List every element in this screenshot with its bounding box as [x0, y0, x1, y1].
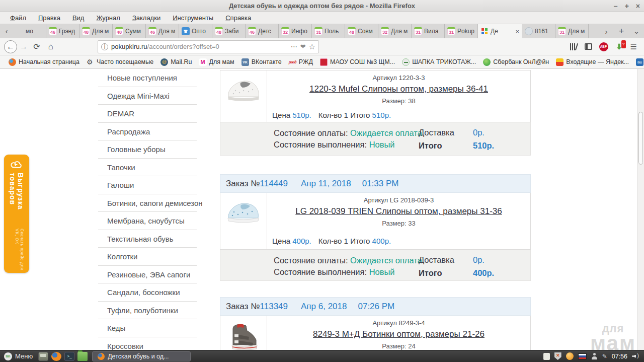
vertical-scrollbar[interactable]	[637, 69, 644, 350]
tab-scroll-left-icon[interactable]: ‹	[0, 24, 13, 38]
category-link[interactable]: Головные уборы	[98, 140, 197, 159]
order-number-link[interactable]: 113349	[260, 302, 288, 312]
new-tab-button[interactable]: +	[614, 26, 629, 37]
product-title-link[interactable]: 1220-3 Mufel Слипоны оптом, размеры 36-4…	[309, 84, 488, 94]
category-link[interactable]: Сандали, босоножки	[98, 283, 197, 302]
product-image-cell[interactable]	[220, 193, 267, 249]
menu-item[interactable]: Файл	[5, 13, 31, 23]
bookmark-item[interactable]: вести ру	[632, 57, 644, 67]
menu-item[interactable]: Журнал	[91, 13, 125, 23]
browser-tab[interactable]: 46 Детс	[246, 24, 279, 38]
tab-favicon: 32	[281, 27, 289, 35]
menu-item[interactable]: Вид	[67, 13, 90, 23]
pocket-icon[interactable]: ❤	[300, 43, 306, 50]
menu-item[interactable]: Правка	[33, 13, 65, 23]
category-link[interactable]: Ботинки, сапоги демисезон	[98, 194, 197, 212]
taskbar-window-button[interactable]: Детская обувь и од...	[92, 351, 191, 361]
browser-tab[interactable]: 46 Грэнд	[46, 24, 79, 38]
product-image-cell[interactable]	[220, 70, 267, 122]
category-link[interactable]: Мембрана, сноубутсы	[98, 212, 197, 230]
url-text[interactable]: pokupkiru.ru/account/orders?offset=0	[111, 43, 288, 50]
category-link[interactable]: Одежда Mini-Maxi	[98, 87, 197, 105]
order-number-link[interactable]: 114449	[260, 179, 288, 189]
maximize-button[interactable]: +	[625, 2, 629, 10]
bookmark-item[interactable]: Mail.Ru	[157, 57, 195, 67]
minimize-button[interactable]: –	[614, 2, 618, 10]
clock[interactable]: 07:56	[612, 353, 627, 360]
browser-tab[interactable]: 48 Для м	[79, 24, 113, 38]
forward-button[interactable]: →	[17, 42, 30, 51]
adblock-icon[interactable]: ABP	[599, 42, 608, 51]
bookmark-item[interactable]: РЖД	[285, 57, 316, 67]
browser-tab[interactable]: 32 Для м	[378, 24, 412, 38]
bookmark-item[interactable]: Сбербанк ОнЛ@йн	[479, 57, 552, 67]
product-title-link[interactable]: 8249-3 М+Д Ботинки оптом, размеры 21-26	[313, 329, 485, 339]
bookmark-star-icon[interactable]: ☆	[309, 42, 315, 51]
browser-tab[interactable]: 31 Pokup	[445, 24, 478, 38]
video-downloader-icon[interactable]: ⬇?	[615, 43, 623, 51]
bookmark-item[interactable]: ШАПКА ТРИКОТАЖ...	[398, 57, 479, 67]
tab-close-icon[interactable]: ×	[515, 28, 519, 35]
reload-button[interactable]: ⟳	[30, 42, 43, 51]
category-link[interactable]: Галоши	[98, 176, 197, 194]
mint-menu-button[interactable]: Меню	[0, 350, 37, 362]
browser-tab[interactable]: мо	[13, 24, 46, 38]
firefox-launcher-icon[interactable]	[51, 352, 61, 361]
files-launcher-icon[interactable]	[77, 352, 88, 361]
volume-icon[interactable]	[632, 353, 639, 359]
url-bar[interactable]: i pokupkiru.ru/account/orders?offset=0 ⋯…	[98, 40, 319, 53]
category-link[interactable]: Резиновые, ЭВА сапоги	[98, 266, 197, 284]
browser-tab[interactable]: 31 Вила	[412, 24, 445, 38]
category-link[interactable]: Распродажа	[98, 123, 197, 141]
library-icon[interactable]	[570, 43, 578, 50]
category-link[interactable]: Туфли, полуботинки	[98, 302, 197, 320]
pen-tray-icon[interactable]: ✎	[602, 353, 607, 360]
back-button[interactable]: ←	[4, 40, 17, 53]
update-manager-icon[interactable]	[566, 352, 574, 360]
browser-tab[interactable]: 48 Сумм	[113, 24, 146, 38]
close-button[interactable]: ×	[636, 2, 640, 10]
bookmark-item[interactable]: Часто посещаемые	[83, 57, 157, 67]
list-tabs-icon[interactable]: ⌄	[629, 27, 644, 36]
category-link[interactable]: Колготки	[98, 248, 197, 266]
show-desktop-icon[interactable]	[38, 352, 48, 361]
category-link[interactable]: Тапочки	[98, 159, 197, 177]
bookmark-item[interactable]: ВКонтакте	[238, 57, 285, 67]
tab-overflow-icon[interactable]: ›	[599, 27, 614, 36]
sidebar-toggle-icon[interactable]	[585, 43, 592, 50]
category-link[interactable]: Кеды	[98, 319, 197, 337]
browser-tab[interactable]: 8161	[522, 24, 555, 38]
product-title-link[interactable]: LG 2018-039 TRIEN Слипоны оптом, размеры…	[295, 206, 502, 216]
browser-tab[interactable]: 31 Поль	[312, 24, 345, 38]
notes-tray-icon[interactable]	[543, 353, 550, 360]
category-link[interactable]: Новые поступления	[98, 69, 197, 87]
category-link[interactable]: Текстильная обувь	[98, 230, 197, 248]
menu-item[interactable]: Закладки	[127, 13, 166, 23]
scrollbar-thumb[interactable]	[638, 112, 643, 165]
page-actions-icon[interactable]: ⋯	[291, 43, 297, 50]
menu-item[interactable]: Инструменты	[168, 13, 218, 23]
antivirus-shield-icon[interactable]	[554, 352, 561, 360]
menu-item[interactable]: Справка	[220, 13, 256, 23]
browser-tab[interactable]: 31 Для м	[555, 24, 589, 38]
bookmark-item[interactable]: Входящие — Яндек...	[552, 57, 632, 67]
browser-tab[interactable]: 48 Заби	[212, 24, 246, 38]
category-link[interactable]: Кроссовки	[98, 337, 197, 350]
category-link[interactable]: DEMAR	[98, 105, 197, 123]
export-price-banner[interactable]: Выгрузка товаров Скачать прайс для VK, О…	[4, 155, 29, 273]
bookmark-item[interactable]: МАОУ СОШ №3 ЩМ...	[316, 57, 398, 67]
site-info-icon[interactable]: i	[101, 43, 108, 50]
keyboard-layout-flag-icon[interactable]	[578, 353, 587, 359]
home-button[interactable]: ⌂	[43, 42, 58, 52]
bookmark-item[interactable]: Для мам	[196, 57, 238, 67]
browser-tab[interactable]: Опто	[179, 24, 212, 38]
terminal-launcher-icon[interactable]	[64, 352, 74, 361]
browser-tab[interactable]: 46 Для м	[146, 24, 179, 38]
browser-tab[interactable]: 48 Совм	[345, 24, 378, 38]
hamburger-menu-icon[interactable]: ☰	[630, 42, 637, 51]
bookmark-item[interactable]: Начальная страница	[5, 57, 83, 67]
product-image-cell[interactable]	[220, 316, 267, 350]
browser-tab[interactable]: Де ×	[478, 24, 522, 38]
user-applet-icon[interactable]	[591, 353, 598, 359]
browser-tab[interactable]: 32 Инфо	[279, 24, 312, 38]
